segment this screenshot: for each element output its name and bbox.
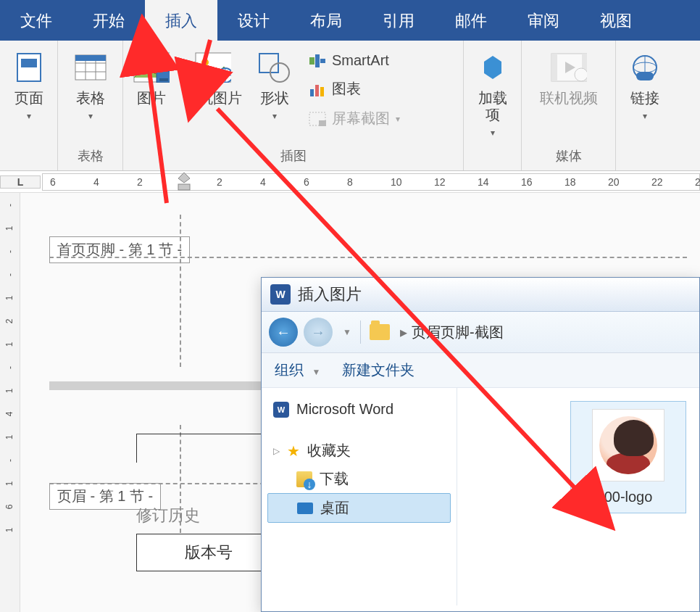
doc-version-cell: 版本号	[136, 534, 281, 571]
svg-rect-28	[551, 54, 557, 81]
vertical-ruler[interactable]: -1-- 121- 141- 161	[0, 193, 20, 612]
picture-icon	[133, 49, 170, 86]
online-video-label: 联机视频	[540, 90, 598, 107]
svg-rect-17	[259, 54, 278, 73]
svg-marker-36	[178, 173, 190, 183]
side-item-word[interactable]: W Microsoft Word	[267, 397, 451, 422]
tab-insert[interactable]: 插入	[145, 0, 217, 41]
tab-view[interactable]: 视图	[580, 0, 652, 41]
links-label: 链接	[630, 90, 659, 107]
chart-button[interactable]: 图表	[303, 76, 406, 102]
links-button[interactable]: 链接	[620, 45, 670, 123]
chart-label: 图表	[332, 79, 361, 99]
ribbon-tabs: 文件 开始 插入 设计 布局 引用 邮件 审阅 视图	[0, 0, 700, 41]
smartart-label: SmartArt	[332, 52, 389, 69]
ruler-corner: L	[0, 175, 41, 189]
word-doc-icon: W	[273, 402, 289, 418]
online-picture-label: 联机图片	[184, 90, 242, 107]
avatar-image	[599, 416, 657, 474]
picture-label: 图片	[137, 90, 166, 107]
table-label: 表格	[76, 90, 105, 107]
pages-button[interactable]: 页面	[4, 45, 54, 123]
svg-rect-11	[159, 78, 168, 81]
dialog-sidebar: W Microsoft Word ▷ ★ 收藏夹 下载 桌面	[262, 388, 457, 605]
chart-icon	[309, 82, 326, 96]
smartart-icon	[309, 54, 326, 68]
nav-history-dropdown[interactable]: ▼	[343, 327, 351, 337]
svg-rect-19	[309, 57, 314, 65]
smartart-button[interactable]: SmartArt	[303, 49, 406, 72]
file-name-label: 00-logo	[578, 489, 678, 505]
addins-label: 加载 项	[478, 90, 507, 123]
dialog-file-area[interactable]: 00-logo	[457, 388, 699, 605]
folder-icon	[370, 324, 390, 340]
online-picture-button[interactable]: 联机图片	[177, 45, 249, 108]
ribbon-body: 页面 表格 表格 图片	[0, 41, 700, 171]
tab-layout[interactable]: 布局	[290, 0, 362, 41]
screenshot-label: 屏幕截图	[332, 109, 390, 128]
svg-rect-1	[21, 59, 37, 67]
insert-picture-dialog: W 插入图片 ← → ▼ ▸页眉页脚-截图 组织 ▼ 新建文件夹 W Micro…	[261, 277, 700, 612]
addins-icon	[475, 49, 511, 86]
breadcrumb[interactable]: ▸页眉页脚-截图	[396, 323, 504, 342]
tab-design[interactable]: 设计	[217, 0, 290, 41]
doc-history-text: 修订历史	[136, 505, 200, 526]
dialog-titlebar[interactable]: W 插入图片	[262, 278, 699, 312]
dialog-toolbar: 组织 ▼ 新建文件夹	[262, 353, 699, 388]
link-icon	[627, 49, 663, 86]
shapes-label: 形状	[260, 90, 289, 107]
svg-rect-21	[320, 59, 325, 63]
picture-button[interactable]: 图片	[126, 45, 177, 108]
dialog-title-text: 插入图片	[298, 284, 362, 305]
svg-rect-37	[178, 184, 190, 190]
svg-rect-26	[319, 120, 326, 126]
page-icon	[11, 49, 47, 86]
side-item-favorites[interactable]: ▷ ★ 收藏夹	[267, 437, 451, 465]
word-app-icon: W	[270, 284, 291, 305]
svg-rect-7	[75, 55, 106, 61]
svg-point-9	[140, 59, 147, 66]
new-folder-button[interactable]: 新建文件夹	[342, 360, 414, 380]
nav-back-button[interactable]: ←	[269, 318, 298, 347]
online-video-button[interactable]: 联机视频	[533, 45, 605, 108]
side-item-downloads[interactable]: 下载	[267, 465, 451, 493]
dialog-nav: ← → ▼ ▸页眉页脚-截图	[262, 312, 699, 353]
nav-forward-button[interactable]: →	[304, 318, 333, 347]
screenshot-icon	[309, 112, 326, 126]
addins-button[interactable]: 加载 项	[467, 45, 518, 139]
file-thumbnail	[592, 409, 664, 481]
star-icon: ★	[287, 442, 300, 460]
svg-rect-24	[320, 87, 324, 96]
svg-rect-22	[310, 89, 314, 96]
table-group-label: 表格	[78, 143, 104, 170]
table-icon	[72, 49, 109, 86]
desktop-icon	[297, 503, 313, 514]
downloads-icon	[296, 471, 312, 487]
file-item-00-logo[interactable]: 00-logo	[570, 401, 686, 513]
shapes-button[interactable]: 形状	[249, 45, 300, 123]
online-video-icon	[551, 49, 587, 86]
tab-home[interactable]: 开始	[72, 0, 145, 41]
svg-rect-35	[636, 72, 654, 80]
pages-label: 页面	[14, 90, 43, 107]
online-picture-icon	[195, 49, 231, 86]
footer-section-tag: 首页页脚 - 第 1 节 -	[49, 236, 190, 263]
svg-point-31	[575, 68, 587, 81]
shapes-icon	[257, 49, 293, 86]
svg-rect-20	[315, 54, 320, 67]
side-item-desktop[interactable]: 桌面	[267, 493, 451, 523]
table-button[interactable]: 表格	[65, 45, 116, 123]
media-group-label: 媒体	[556, 143, 582, 170]
svg-point-13	[201, 59, 209, 66]
tab-review[interactable]: 审阅	[507, 0, 580, 41]
screenshot-button[interactable]: 屏幕截图	[303, 106, 406, 131]
svg-rect-23	[315, 85, 319, 96]
tab-file[interactable]: 文件	[0, 0, 72, 41]
horizontal-ruler[interactable]: L 6 4 2 2 4 6 8 10 12 14 16 18 20 22 24	[0, 171, 700, 193]
organize-button[interactable]: 组织 ▼	[275, 360, 320, 380]
tab-ref[interactable]: 引用	[362, 0, 435, 41]
tab-mail[interactable]: 邮件	[435, 0, 507, 41]
illustrations-group-label: 插图	[280, 143, 307, 170]
